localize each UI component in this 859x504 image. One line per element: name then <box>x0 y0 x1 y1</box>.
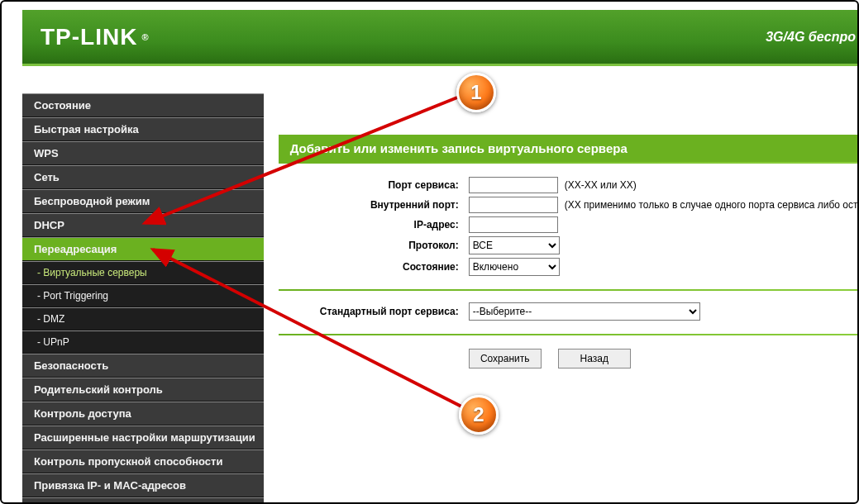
separator-2 <box>279 334 859 335</box>
header-title: 3G/4G беспро <box>766 30 856 45</box>
sidebar-item-dhcp[interactable]: DHCP <box>22 213 264 237</box>
back-button[interactable]: Назад <box>558 349 631 368</box>
sidebar-item-access-control[interactable]: Контроль доступа <box>22 402 264 426</box>
label-state: Состояние: <box>279 261 469 273</box>
divider <box>279 162 859 164</box>
input-internal-port[interactable] <box>469 197 558 213</box>
select-std-port[interactable]: --Выберите-- <box>469 302 700 321</box>
sidebar-item-parental[interactable]: Родительский контроль <box>22 378 264 402</box>
input-ip[interactable] <box>469 216 558 233</box>
input-service-port[interactable] <box>469 177 558 193</box>
label-protocol: Протокол: <box>279 240 469 251</box>
sidebar-item-ip-mac[interactable]: Привязка IP- и MAC-адресов <box>22 473 264 497</box>
label-internal-port: Внутренний порт: <box>279 199 469 211</box>
button-row: Сохранить Назад <box>469 349 859 368</box>
sidebar-item-wps[interactable]: WPS <box>22 141 264 165</box>
select-state[interactable]: Включено <box>469 258 560 276</box>
sidebar-item-forwarding[interactable]: Переадресация <box>22 237 264 261</box>
sidebar-item-bandwidth[interactable]: Контроль пропускной способности <box>22 449 264 473</box>
sidebar-item-virtual-servers[interactable]: - Виртуальные серверы <box>22 261 264 284</box>
hint-internal-port: (XX применимо только в случае одного пор… <box>565 199 859 211</box>
label-service-port: Порт сервиса: <box>279 179 469 191</box>
app-frame: TP-LINK® 3G/4G беспро Состояние Быстрая … <box>0 0 859 504</box>
sidebar-item-status[interactable]: Состояние <box>22 93 264 117</box>
label-std-port: Стандартный порт сервиса: <box>279 306 469 317</box>
select-protocol[interactable]: ВСЕ <box>469 236 560 254</box>
sidebar-item-adv-routing[interactable]: Расширенные настройки маршрутизации <box>22 426 264 449</box>
sidebar-item-network[interactable]: Сеть <box>22 165 264 189</box>
sidebar-item-upnp[interactable]: - UPnP <box>22 330 264 354</box>
sidebar-item-ddns[interactable]: Динамический DNS <box>22 497 264 504</box>
label-ip: IP-адрес: <box>279 219 469 231</box>
main-layout: Состояние Быстрая настройка WPS Сеть Бес… <box>22 70 857 494</box>
sidebar-item-security[interactable]: Безопасность <box>22 354 264 378</box>
sidebar-item-port-triggering[interactable]: - Port Triggering <box>22 284 264 307</box>
form: Порт сервиса: (XX-XX или XX) Внутренний … <box>279 177 859 276</box>
sidebar-item-wireless[interactable]: Беспроводной режим <box>22 189 264 213</box>
sidebar-item-dmz[interactable]: - DMZ <box>22 307 264 330</box>
separator <box>279 289 859 291</box>
hint-service-port: (XX-XX или XX) <box>565 179 637 191</box>
sidebar: Состояние Быстрая настройка WPS Сеть Бес… <box>22 70 264 494</box>
panel-title: Добавить или изменить запись виртуальног… <box>279 135 859 162</box>
content-panel: Добавить или изменить запись виртуальног… <box>264 70 859 494</box>
save-button[interactable]: Сохранить <box>469 349 542 368</box>
sidebar-item-quick-setup[interactable]: Быстрая настройка <box>22 117 264 141</box>
header: TP-LINK® 3G/4G беспро <box>22 10 857 66</box>
logo-text: TP-LINK <box>41 24 137 50</box>
logo: TP-LINK® <box>41 24 150 50</box>
